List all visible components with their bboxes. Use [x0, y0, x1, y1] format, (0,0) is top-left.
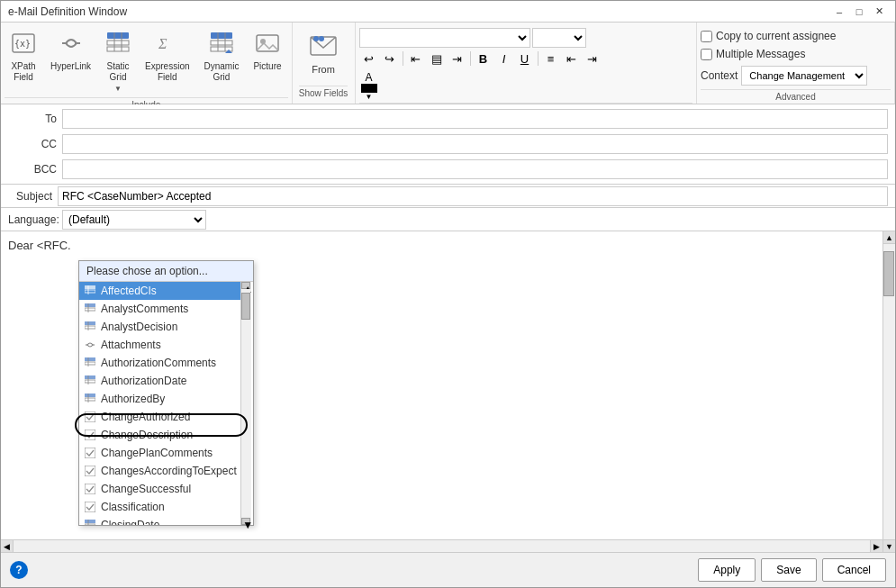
indent-more-button[interactable]: ⇥: [583, 50, 602, 68]
underline-button[interactable]: U: [515, 50, 535, 68]
check-icon: [83, 464, 97, 478]
language-select[interactable]: (Default) English French German Spanish: [62, 210, 206, 230]
list-item[interactable]: Classification: [79, 498, 240, 516]
dynamic-grid-button[interactable]: DynamicGrid: [198, 26, 246, 87]
hscroll-right[interactable]: ▶: [870, 540, 882, 552]
list-item[interactable]: Attachments: [79, 336, 240, 354]
color-picker-button[interactable]: A ▼: [359, 69, 379, 103]
indent-less-button[interactable]: ⇤: [562, 50, 582, 68]
multiple-messages-label: Multiple Messages: [716, 48, 805, 60]
svg-point-20: [319, 36, 324, 41]
check-icon: [83, 410, 97, 424]
svg-rect-4: [107, 32, 129, 39]
subject-row: Subject: [1, 185, 895, 208]
list-item[interactable]: AnalystDecision: [79, 318, 240, 336]
item-label: ChangeAuthorized: [101, 411, 237, 423]
dropdown-header: Please chose an option...: [79, 261, 253, 282]
align-center-button[interactable]: ▤: [427, 50, 447, 68]
grid-icon: [83, 302, 97, 316]
expression-field-button[interactable]: Σ ExpressionField: [139, 26, 195, 87]
multiple-messages-checkbox[interactable]: [701, 49, 712, 60]
hscroll-track: [14, 540, 870, 552]
italic-button[interactable]: I: [494, 50, 514, 68]
scroll-up[interactable]: ▲: [883, 231, 895, 244]
help-button[interactable]: ?: [10, 561, 28, 579]
from-label: From: [312, 64, 335, 75]
svg-rect-24: [85, 303, 95, 307]
cc-input[interactable]: [62, 134, 888, 154]
cancel-button[interactable]: Cancel: [822, 558, 886, 582]
hyperlink-button[interactable]: HyperLink: [44, 26, 97, 77]
xpath-field-button[interactable]: {x} XPathField: [5, 26, 42, 87]
list-button[interactable]: ≡: [541, 50, 561, 68]
bcc-input[interactable]: [62, 159, 888, 179]
list-item[interactable]: ChangePlanComments: [79, 444, 240, 462]
font-size-dropdown[interactable]: [532, 28, 586, 48]
advanced-group-label: Advanced: [701, 89, 891, 102]
bold-button[interactable]: B: [474, 50, 493, 68]
scroll-thumb-body[interactable]: [883, 251, 894, 296]
item-label: ClosingDate: [101, 519, 237, 525]
apply-button[interactable]: Apply: [698, 558, 756, 582]
svg-rect-27: [85, 321, 95, 325]
body-scrollbar[interactable]: ▲ ▼: [882, 231, 895, 552]
save-button[interactable]: Save: [761, 558, 816, 582]
item-label: Attachments: [101, 339, 237, 351]
maximize-button[interactable]: □: [850, 5, 868, 19]
scroll-up-arrow[interactable]: ▲: [241, 282, 250, 289]
static-grid-arrow: ▼: [114, 85, 122, 93]
body-hscrollbar[interactable]: ◀ ▶: [1, 539, 882, 552]
color-swatch: [361, 84, 377, 93]
svg-rect-45: [85, 484, 95, 494]
align-left-button[interactable]: ⇤: [406, 50, 426, 68]
list-item[interactable]: ChangeAuthorized: [79, 408, 240, 426]
close-button[interactable]: ✕: [870, 5, 888, 19]
grid-icon: [83, 374, 97, 388]
from-icon: [309, 32, 338, 60]
undo-button[interactable]: ↩: [359, 50, 379, 68]
list-item[interactable]: ChangesAccordingToExpect: [79, 462, 240, 480]
list-item[interactable]: AuthorizationDate: [79, 372, 240, 390]
list-item[interactable]: AnalystComments: [79, 300, 240, 318]
grid-icon: [83, 518, 97, 525]
static-grid-button[interactable]: StaticGrid ▼: [99, 26, 137, 97]
copy-to-assignee-checkbox[interactable]: [701, 31, 712, 42]
subject-input[interactable]: [58, 186, 888, 206]
scroll-track: [241, 289, 250, 518]
hscroll-left[interactable]: ◀: [1, 540, 14, 552]
svg-rect-39: [85, 398, 95, 401]
format-group: ↩ ↪ ⇤ ▤ ⇥ B I U ≡ ⇤: [356, 23, 697, 104]
grid-icon: [83, 320, 97, 334]
svg-text:{x}: {x}: [14, 39, 31, 49]
list-item[interactable]: AuthorizedBy: [79, 390, 240, 408]
minimize-button[interactable]: –: [830, 5, 848, 19]
dropdown-scrollbar[interactable]: ▲ ▼: [240, 282, 251, 525]
svg-rect-42: [85, 430, 95, 440]
to-input[interactable]: [62, 109, 888, 129]
context-dropdown[interactable]: Change Management: [741, 66, 867, 86]
check-icon: [83, 428, 97, 442]
item-label: AnalystDecision: [101, 321, 237, 333]
from-button[interactable]: From: [303, 26, 343, 80]
list-item[interactable]: ChangeSuccessful: [79, 480, 240, 498]
svg-rect-38: [85, 394, 95, 397]
item-label: AnalystComments: [101, 303, 237, 315]
item-label: AuthorizedBy: [101, 393, 237, 405]
svg-rect-33: [85, 362, 95, 365]
scroll-down-arrow[interactable]: ▼: [241, 518, 250, 525]
list-item[interactable]: ClosingDate: [79, 516, 240, 525]
cc-field-row: CC: [8, 133, 888, 155]
static-grid-label: StaticGrid: [107, 61, 130, 83]
scroll-thumb[interactable]: [241, 293, 250, 320]
list-item[interactable]: ChangeDescription: [79, 426, 240, 444]
redo-button[interactable]: ↪: [380, 50, 400, 68]
scroll-down[interactable]: ▼: [883, 539, 895, 552]
list-item[interactable]: AffectedCIs: [79, 282, 240, 300]
title-bar: e-Mail Definition Window – □ ✕: [1, 1, 895, 23]
format-row-3: A ▼: [359, 69, 692, 103]
picture-button[interactable]: Picture: [247, 26, 287, 77]
list-item[interactable]: AuthorizationComments: [79, 354, 240, 372]
align-right-button[interactable]: ⇥: [448, 50, 467, 68]
font-family-dropdown[interactable]: [359, 28, 530, 48]
svg-rect-43: [85, 448, 95, 458]
